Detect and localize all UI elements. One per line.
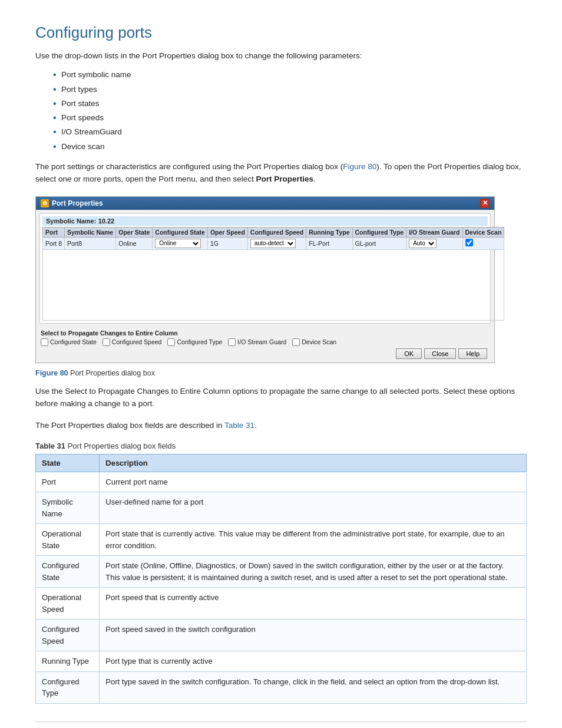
table-row: Configured SpeedPort speed saved in the … — [36, 620, 527, 651]
table-cell-description: Current port name — [100, 472, 527, 492]
checkbox-device-scan-prop[interactable] — [292, 338, 300, 346]
figure-label: Figure 80 — [35, 369, 68, 377]
dialog-close-button[interactable]: ✕ — [480, 199, 490, 208]
table-cell-state: Configured Type — [36, 671, 100, 703]
intro-lead: Use the drop-down lists in the Port Prop… — [35, 50, 527, 62]
bullet-list: Port symbolic name Port types Port state… — [53, 68, 527, 154]
table-cell-description: User-defined name for a port — [100, 492, 527, 524]
cell-running-type: FL-Port — [306, 237, 352, 249]
table-cell-description: Port type that is currently active — [100, 651, 527, 672]
col-header-configstate: Configured State — [153, 227, 208, 237]
checkbox-device-scan-text: Device Scan — [302, 338, 336, 345]
bold-label: Port Properties — [256, 174, 313, 183]
dialog-title-text: Port Properties — [52, 199, 103, 207]
col-header-operspeed: Oper Speed — [207, 227, 247, 237]
desc-text-3: . — [254, 421, 257, 430]
device-scan-checkbox[interactable] — [465, 239, 473, 246]
close-button[interactable]: Close — [424, 348, 456, 359]
port-properties-table: State Description PortCurrent port nameS… — [35, 454, 527, 704]
figure-caption-desc: Port Properties dialog box — [70, 369, 155, 377]
main-table-header-desc: Description — [100, 454, 527, 472]
table-row: Configured TypePort type saved in the sw… — [36, 671, 527, 703]
desc-para-1: Use the Select to Propagate Changes to E… — [35, 386, 527, 410]
col-header-configtype: Configured Type — [352, 227, 406, 237]
propagate-label: Select to Propagate Changes to Entire Co… — [41, 330, 490, 337]
bullet-item: Port speeds — [53, 111, 527, 125]
checkbox-config-state-label[interactable]: Configured State — [41, 338, 97, 346]
dialog-titlebar: ⚙ Port Properties ✕ — [36, 197, 494, 210]
table-cell-description: Port speed that is currently active — [100, 588, 527, 620]
dialog-buttons: OK Close Help — [41, 348, 490, 359]
table-cell-state: Configured State — [36, 556, 100, 588]
checkbox-config-type-text: Configured Type — [177, 338, 222, 345]
config-state-select[interactable]: Online Offline Diagnostics Down — [155, 239, 201, 248]
desc-para-2: The Port Properties dialog box fields ar… — [35, 420, 527, 432]
table-row: Running TypePort type that is currently … — [36, 651, 527, 672]
checkbox-io-guard-text: I/O Stream Guard — [237, 338, 286, 345]
checkbox-io-guard[interactable] — [228, 338, 236, 346]
table-cell-state: Symbolic Name — [36, 492, 100, 524]
body-paragraph: The port settings or characteristics are… — [35, 161, 527, 186]
page-footer: 134 Managing Ports — [35, 722, 527, 728]
empty-rows — [43, 249, 504, 320]
propagate-checkboxes: Configured State Configured Speed Config… — [41, 338, 490, 346]
bullet-item: Device scan — [53, 140, 527, 154]
col-header-operstate: Oper State — [116, 227, 153, 237]
table-cell-description: Port state (Online, Offline, Diagnostics… — [100, 556, 527, 588]
dialog-title-left: ⚙ Port Properties — [41, 199, 103, 207]
help-button[interactable]: Help — [458, 348, 487, 359]
checkbox-io-guard-label[interactable]: I/O Stream Guard — [228, 338, 286, 346]
table-cell-state: Operational Speed — [36, 588, 100, 620]
table-row: Operational StatePort state that is curr… — [36, 524, 527, 556]
figure-caption: Figure 80 Port Properties dialog box — [35, 369, 527, 377]
cell-symbolic: Port8 — [65, 237, 116, 249]
checkbox-config-speed[interactable] — [103, 338, 110, 346]
cell-config-speed[interactable]: auto-detect 1G 2G 4G — [247, 237, 306, 249]
cell-config-type: GL-port — [352, 237, 406, 249]
col-header-runtype: Running Type — [306, 227, 352, 237]
checkbox-config-state-text: Configured State — [50, 338, 97, 345]
table-caption-desc: Port Properties dialog box fields — [68, 442, 176, 450]
table-cell-state: Running Type — [36, 651, 100, 672]
figure-link[interactable]: Figure 80 — [343, 162, 376, 171]
dialog-app-icon: ⚙ — [41, 199, 49, 207]
table-label-text: Table 31 — [35, 442, 65, 450]
table-label: Table 31 Port Properties dialog box fiel… — [35, 442, 527, 450]
table-cell-description: Port state that is currently active. Thi… — [100, 524, 527, 556]
cell-config-state[interactable]: Online Offline Diagnostics Down — [153, 237, 208, 249]
checkbox-config-type[interactable] — [167, 338, 175, 346]
checkbox-config-state[interactable] — [41, 338, 48, 346]
table-row: Symbolic NameUser-defined name for a por… — [36, 492, 527, 524]
cell-io-guard[interactable]: Auto On Off — [406, 237, 462, 249]
table-cell-description: Port type saved in the switch configurat… — [100, 671, 527, 703]
body-text-1: The port settings or characteristics are… — [35, 162, 343, 171]
table-ref-link[interactable]: Table 31 — [224, 421, 254, 430]
config-speed-select[interactable]: auto-detect 1G 2G 4G — [250, 239, 296, 248]
symbolic-name-label: Symbolic Name: 10.22 — [42, 216, 488, 226]
bullet-item: Port states — [53, 97, 527, 111]
table-row: Operational SpeedPort speed that is curr… — [36, 588, 527, 620]
bullet-item: I/O StreamGuard — [53, 125, 527, 139]
bullet-item: Port types — [53, 83, 527, 97]
col-header-symname: Symbolic Name — [65, 227, 116, 237]
port-properties-dialog: ⚙ Port Properties ✕ Symbolic Name: 10.22… — [35, 196, 495, 363]
cell-oper-state: Online — [116, 237, 153, 249]
col-header-port: Port — [43, 227, 65, 237]
bullet-item: Port symbolic name — [53, 68, 527, 82]
table-cell-description: Port speed saved in the switch configura… — [100, 620, 527, 651]
col-header-devscan: Device Scan — [462, 227, 504, 237]
col-header-ioguard: I/O Stream Guard — [406, 227, 462, 237]
cell-port: Port 8 — [43, 237, 65, 249]
checkbox-device-scan-label[interactable]: Device Scan — [292, 338, 336, 346]
checkbox-config-speed-text: Configured Speed — [112, 338, 162, 345]
checkbox-config-speed-label[interactable]: Configured Speed — [103, 338, 162, 346]
main-table-header-state: State — [36, 454, 100, 472]
cell-oper-speed: 1G — [207, 237, 247, 249]
ok-button[interactable]: OK — [396, 348, 422, 359]
dialog-body: Symbolic Name: 10.22 Port Symbolic Name … — [39, 213, 491, 324]
io-guard-select[interactable]: Auto On Off — [409, 239, 437, 248]
cell-device-scan[interactable] — [462, 237, 504, 249]
table-row: PortCurrent port name — [36, 472, 527, 492]
dialog-bottom: Select to Propagate Changes to Entire Co… — [36, 327, 494, 363]
checkbox-config-type-label[interactable]: Configured Type — [167, 338, 222, 346]
